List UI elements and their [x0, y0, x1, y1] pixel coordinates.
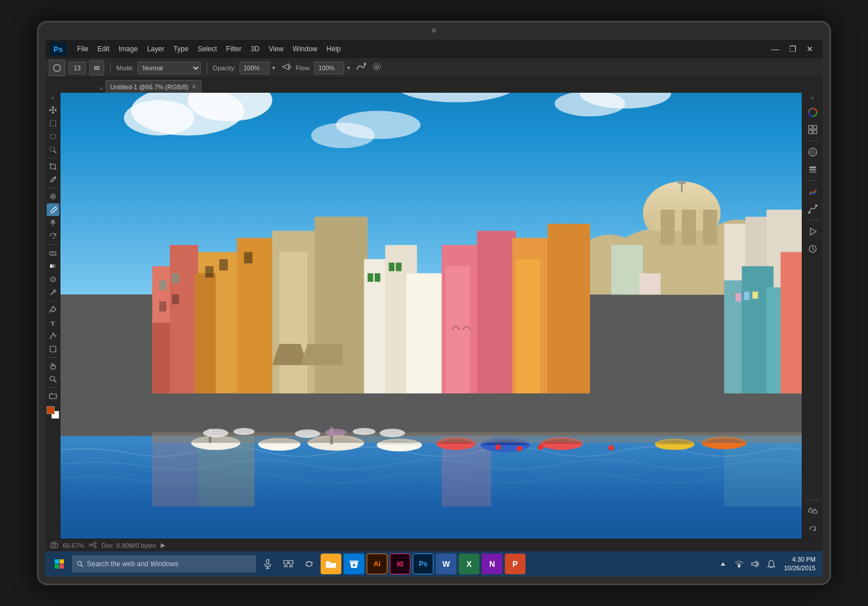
- tool-lasso[interactable]: [47, 130, 59, 143]
- tray-expand[interactable]: [716, 555, 730, 573]
- maximize-button[interactable]: ❐: [785, 43, 801, 55]
- right-tool-layers[interactable]: [805, 161, 821, 177]
- svg-rect-89: [744, 291, 749, 300]
- color-swatches[interactable]: [47, 406, 59, 419]
- opacity-arrow[interactable]: ▼: [271, 65, 276, 71]
- svg-point-125: [811, 150, 814, 154]
- tool-shape[interactable]: [47, 343, 59, 355]
- menu-image[interactable]: Image: [115, 44, 142, 54]
- camera-icon[interactable]: [50, 541, 58, 550]
- right-tool-paths[interactable]: [805, 201, 821, 217]
- svg-line-149: [92, 545, 94, 547]
- taskbar-onenote[interactable]: N: [482, 554, 502, 574]
- menu-view[interactable]: View: [265, 44, 288, 54]
- tool-heal[interactable]: [47, 190, 59, 203]
- search-box[interactable]: Search the web and Windows: [72, 555, 256, 573]
- svg-rect-59: [172, 273, 179, 283]
- menu-layer[interactable]: Layer: [143, 44, 168, 54]
- start-button[interactable]: [49, 554, 70, 574]
- svg-rect-45: [661, 210, 675, 245]
- svg-point-118: [379, 429, 405, 437]
- svg-line-23: [51, 292, 54, 296]
- tool-gradient[interactable]: [47, 260, 59, 272]
- settings-icon[interactable]: [371, 60, 383, 75]
- taskbar-illustrator[interactable]: Ai: [367, 554, 387, 574]
- menu-help[interactable]: Help: [322, 44, 345, 54]
- right-tool-history[interactable]: [805, 241, 821, 257]
- right-tool-cc[interactable]: [805, 520, 821, 536]
- tool-hand[interactable]: [47, 359, 59, 372]
- notification-icon[interactable]: [764, 555, 778, 573]
- taskbar-file-explorer[interactable]: [321, 554, 341, 574]
- brush-preview[interactable]: [49, 60, 65, 76]
- id-label: Id: [397, 560, 403, 568]
- taskbar-word[interactable]: W: [436, 554, 456, 574]
- mode-label: Mode:: [116, 65, 134, 71]
- taskbar-indesign[interactable]: Id: [390, 554, 410, 574]
- minimize-button[interactable]: —: [767, 43, 783, 55]
- tool-type[interactable]: T: [47, 316, 59, 329]
- svg-rect-2: [94, 67, 100, 69]
- network-icon[interactable]: [732, 555, 746, 573]
- flow-arrow[interactable]: ▼: [346, 65, 351, 71]
- menu-select[interactable]: Select: [193, 44, 220, 54]
- taskbar-excel[interactable]: X: [459, 554, 479, 574]
- right-tool-actions[interactable]: [805, 224, 821, 240]
- menu-file[interactable]: File: [73, 44, 92, 54]
- right-expand[interactable]: «: [811, 95, 814, 101]
- tool-clone[interactable]: [47, 217, 59, 229]
- tab-close-btn[interactable]: ✕: [192, 84, 196, 90]
- tool-move[interactable]: [47, 104, 59, 116]
- tool-eraser[interactable]: [47, 247, 59, 259]
- volume-icon[interactable]: [748, 555, 762, 573]
- menu-filter[interactable]: Filter: [222, 44, 246, 54]
- opacity-value[interactable]: 100%: [239, 62, 269, 74]
- clock-display[interactable]: 4:30 PM 10/26/2015: [781, 555, 819, 573]
- close-button[interactable]: ✕: [802, 43, 818, 55]
- tool-brush[interactable]: [47, 203, 59, 216]
- share-icon[interactable]: [89, 541, 97, 550]
- taskbar-task-view[interactable]: [279, 555, 298, 573]
- tool-navigate[interactable]: [47, 389, 59, 402]
- svg-marker-135: [810, 228, 816, 235]
- screen: Ps File Edit Image Layer Type Select Fil…: [45, 40, 823, 577]
- info-arrow[interactable]: ▶: [161, 541, 165, 549]
- right-tool-plugins[interactable]: [805, 503, 821, 519]
- tool-path-select[interactable]: [47, 329, 59, 342]
- svg-rect-152: [55, 565, 59, 569]
- tool-marquee-rect[interactable]: [47, 117, 59, 130]
- taskbar-store[interactable]: [344, 554, 364, 574]
- taskbar-photoshop[interactable]: Ps: [413, 554, 433, 574]
- toolbar-expand[interactable]: »: [51, 95, 54, 101]
- svg-point-6: [376, 66, 379, 69]
- document-tab[interactable]: Untitled-1 @66.7% (RGB/8) ✕: [105, 80, 202, 93]
- taskbar-sync[interactable]: [300, 555, 318, 573]
- tool-eyedropper[interactable]: [47, 173, 59, 186]
- taskbar-microphone[interactable]: [258, 555, 277, 573]
- taskbar-powerpoint[interactable]: P: [505, 554, 526, 574]
- brush-options-btn[interactable]: [89, 60, 104, 75]
- tool-history-brush[interactable]: [47, 230, 59, 243]
- right-tool-adjustments[interactable]: [805, 122, 821, 138]
- mode-select[interactable]: Normal Dissolve Multiply Screen: [138, 62, 201, 74]
- tab-expand[interactable]: »: [97, 85, 105, 92]
- tool-blur[interactable]: [47, 273, 59, 286]
- flow-value[interactable]: 100%: [314, 62, 344, 74]
- tool-dodge[interactable]: [47, 286, 59, 299]
- menu-3d[interactable]: 3D: [246, 44, 263, 54]
- tool-quick-select[interactable]: [47, 143, 59, 156]
- tool-pen[interactable]: [47, 303, 59, 316]
- tool-zoom[interactable]: [47, 373, 59, 385]
- zoom-display: 66.67%: [63, 542, 84, 549]
- svg-line-148: [92, 543, 94, 545]
- smoothing-icon[interactable]: [355, 60, 367, 75]
- menu-edit[interactable]: Edit: [93, 44, 113, 54]
- right-tool-navigator[interactable]: [805, 144, 821, 160]
- menu-type[interactable]: Type: [169, 44, 192, 54]
- right-tool-channels[interactable]: [805, 184, 821, 200]
- airbrush-icon[interactable]: [280, 60, 292, 75]
- right-tool-color[interactable]: [805, 104, 821, 120]
- tab-title: Untitled-1 @66.7% (RGB/8): [111, 84, 189, 90]
- menu-window[interactable]: Window: [289, 44, 322, 54]
- tool-crop[interactable]: [47, 160, 59, 173]
